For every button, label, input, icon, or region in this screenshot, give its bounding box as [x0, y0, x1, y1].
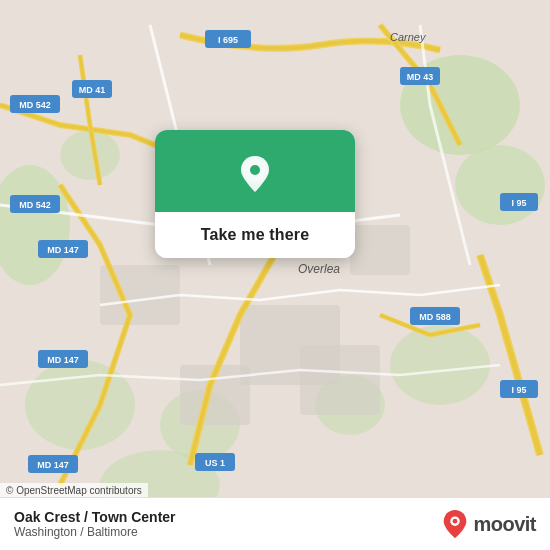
copyright-notice: © OpenStreetMap contributors — [0, 483, 148, 498]
svg-text:US 1: US 1 — [205, 458, 225, 468]
svg-text:I 95: I 95 — [511, 198, 526, 208]
card-green-header — [155, 130, 355, 212]
navigation-card: Take me there — [155, 130, 355, 258]
svg-text:MD 147: MD 147 — [47, 245, 79, 255]
svg-text:MD 588: MD 588 — [419, 312, 451, 322]
svg-point-2 — [455, 145, 545, 225]
svg-point-4 — [25, 360, 135, 450]
svg-point-47 — [453, 519, 458, 524]
svg-text:MD 542: MD 542 — [19, 100, 51, 110]
svg-point-45 — [250, 165, 260, 175]
svg-text:I 695: I 695 — [218, 35, 238, 45]
location-region: Washington / Baltimore — [14, 525, 176, 539]
location-pin-icon — [233, 152, 277, 196]
svg-text:MD 147: MD 147 — [37, 460, 69, 470]
moovit-pin-icon — [441, 508, 469, 540]
svg-text:I 95: I 95 — [511, 385, 526, 395]
location-info: Oak Crest / Town Center Washington / Bal… — [14, 509, 176, 539]
bottom-info-bar: Oak Crest / Town Center Washington / Bal… — [0, 497, 550, 550]
svg-text:Carney: Carney — [390, 31, 427, 43]
take-me-there-button[interactable]: Take me there — [155, 212, 355, 258]
svg-text:MD 542: MD 542 — [19, 200, 51, 210]
svg-rect-12 — [300, 345, 380, 415]
svg-text:Overlea: Overlea — [298, 262, 340, 276]
svg-rect-14 — [350, 225, 410, 275]
map-background: MD 542 MD 542 MD 41 MD 43 I 695 US 1 US … — [0, 0, 550, 550]
moovit-logo: moovit — [441, 508, 536, 540]
map-container: MD 542 MD 542 MD 41 MD 43 I 695 US 1 US … — [0, 0, 550, 550]
svg-text:MD 147: MD 147 — [47, 355, 79, 365]
location-name: Oak Crest / Town Center — [14, 509, 176, 525]
svg-text:MD 43: MD 43 — [407, 72, 434, 82]
svg-text:MD 41: MD 41 — [79, 85, 106, 95]
moovit-text: moovit — [473, 513, 536, 536]
svg-point-7 — [390, 325, 490, 405]
